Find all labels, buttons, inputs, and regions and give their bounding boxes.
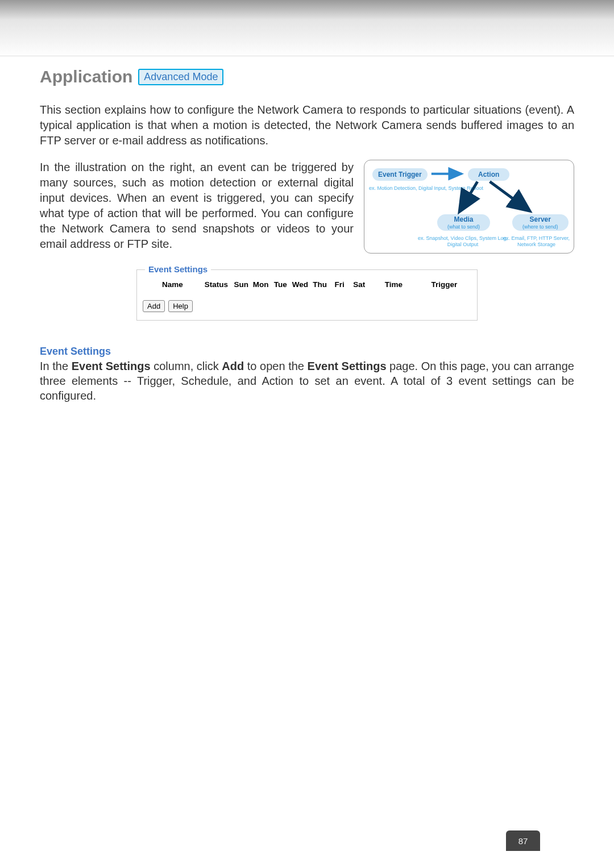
media-bubble-label: Media [454, 215, 474, 223]
intro-paragraph-2: In the illustration on the right, an eve… [40, 160, 354, 254]
event-flow-diagram: Event Trigger ex. Motion Detection, Digi… [364, 160, 574, 254]
help-button[interactable]: Help [168, 300, 193, 312]
media-bubble: Media (what to send) [437, 214, 490, 231]
col-thu: Thu [310, 280, 330, 289]
col-wed: Wed [291, 280, 310, 289]
col-time: Time [369, 280, 418, 289]
event-settings-panel: Event Settings Name Status Sun Mon Tue W… [136, 269, 478, 321]
event-trigger-bubble: Event Trigger [372, 168, 428, 181]
intro-paragraph-1: This section explains how to configure t… [40, 102, 574, 148]
header-gradient [0, 0, 614, 57]
server-bubble: Server (where to send) [512, 214, 569, 231]
event-settings-buttons: Add Help [143, 300, 470, 312]
divider [0, 56, 614, 56]
server-example: ex. Email, FTP, HTTP Server, Network Sto… [501, 235, 572, 248]
server-bubble-sub: (where to send) [522, 224, 558, 230]
advanced-mode-badge: Advanced Mode [138, 69, 223, 85]
col-status: Status [201, 280, 231, 289]
event-settings-heading: Event Settings [40, 346, 574, 358]
col-sat: Sat [349, 280, 369, 289]
event-settings-legend: Event Settings [145, 264, 211, 274]
add-button[interactable]: Add [143, 300, 165, 312]
action-bubble: Action [468, 168, 509, 181]
es-body-1: In the [40, 360, 72, 372]
event-trigger-example: ex. Motion Detection, Digital Input, Sys… [369, 185, 483, 192]
event-settings-body: In the Event Settings column, click Add … [40, 359, 574, 403]
page-number: 87 [506, 830, 540, 851]
es-bold-1: Event Settings [72, 360, 151, 372]
col-trigger: Trigger [418, 280, 470, 289]
title-row: Application Advanced Mode [40, 67, 574, 86]
col-tue: Tue [271, 280, 291, 289]
event-settings-header-row: Name Status Sun Mon Tue Wed Thu Fri Sat … [144, 280, 470, 289]
es-body-3: to open the [244, 360, 307, 372]
two-column-section: In the illustration on the right, an eve… [40, 160, 574, 254]
col-mon: Mon [251, 280, 271, 289]
es-bold-3: Event Settings [308, 360, 387, 372]
col-fri: Fri [330, 280, 350, 289]
es-bold-2: Add [222, 360, 244, 372]
media-bubble-sub: (what to send) [447, 224, 480, 230]
media-example: ex. Snapshot, Video Clips, System Log, D… [414, 235, 511, 248]
page-title: Application [40, 67, 132, 86]
page-content: Application Advanced Mode This section e… [40, 67, 574, 403]
col-name: Name [144, 280, 201, 289]
es-body-2: column, click [151, 360, 222, 372]
col-sun: Sun [231, 280, 251, 289]
server-bubble-label: Server [530, 215, 551, 223]
svg-line-2 [490, 182, 528, 210]
event-settings-fieldset: Event Settings Name Status Sun Mon Tue W… [136, 269, 478, 321]
